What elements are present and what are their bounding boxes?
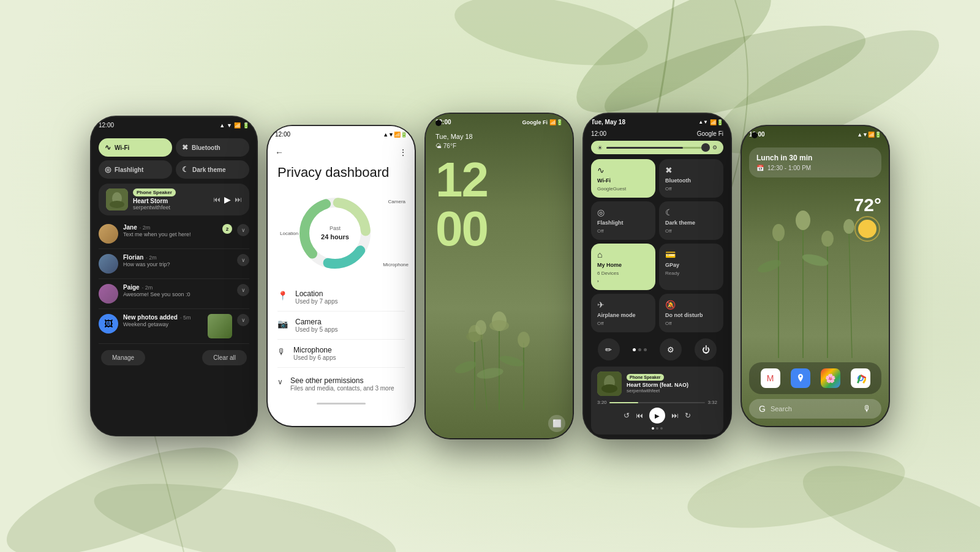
notif-jane-expand[interactable]: ∨ — [237, 224, 249, 236]
p4-carrier: Google Fi — [697, 130, 723, 137]
gmail-icon[interactable]: M — [761, 368, 780, 388]
p1-wifi-tile[interactable]: ∿ Wi-Fi — [99, 138, 172, 157]
camera-icon: 📷 — [277, 319, 288, 329]
p2-camera-sub: Used by 5 apps — [295, 326, 338, 333]
p1-quick-tiles: ∿ Wi-Fi ✖ Bluetooth ◎ Flashlight ☾ Dark … — [91, 133, 257, 184]
p5-event-time: 12:30 - 1:00 PM — [767, 165, 811, 171]
p2-camera-item[interactable]: 📷 Camera Used by 5 apps — [277, 311, 405, 340]
p4-airplane-sub: Off — [597, 321, 649, 326]
p4-home-tile[interactable]: ⌂ My Home 6 Devices › — [591, 244, 655, 290]
play-pause-button[interactable]: ▶ — [649, 408, 665, 423]
chrome-icon[interactable] — [851, 368, 870, 388]
p1-time: 12:00 — [99, 122, 114, 129]
p4-gpay-tile[interactable]: 💳 GPay Ready — [659, 244, 723, 290]
svg-point-32 — [601, 384, 617, 393]
p4-brightness-slider[interactable]: ☀ ⚙ — [591, 141, 723, 154]
prev-track-icon[interactable]: ⏮ — [636, 411, 643, 420]
replay-icon[interactable]: ↺ — [624, 411, 630, 420]
notif-paige-expand[interactable]: ∨ — [237, 284, 249, 296]
p3-nav-button[interactable]: ⬜ — [548, 415, 565, 432]
p4-date: Tue, May 18 — [591, 119, 625, 125]
p3-floral-art: ⬜ — [426, 259, 573, 438]
p4-music-controls[interactable]: ↺ ⏮ ▶ ⏭ ↻ — [597, 408, 717, 423]
p4-dark-sub: Off — [665, 228, 717, 234]
flashlight-icon: ◎ — [597, 207, 649, 217]
notif-jane[interactable]: Jane · 2m Text me when you get here! 2 ∨ — [99, 219, 249, 249]
p3-status-bar: 12:00 Google Fi 📶🔋 — [426, 114, 573, 130]
notif-photos-expand[interactable]: ∨ — [237, 314, 249, 326]
notif-paige[interactable]: Paige · 2m Awesome! See you soon :0 ∨ — [99, 279, 249, 309]
play-pause-icon[interactable]: ▶ — [224, 195, 231, 204]
clear-all-button[interactable]: Clear all — [202, 350, 247, 365]
p3-weather: 🌤 76°F — [426, 143, 573, 149]
svg-text:Past: Past — [330, 225, 341, 231]
phone-privacy: 12:00 ▲▼📶🔋 ← ⋮ Privacy dashboard — [268, 126, 415, 426]
mic-icon[interactable]: 🎙 — [863, 404, 872, 414]
p4-dnd-name: Do not disturb — [665, 312, 717, 318]
p2-camera-title: Camera — [295, 318, 338, 326]
p2-location-item[interactable]: 📍 Location Used by 7 apps — [277, 283, 405, 311]
edit-icon[interactable]: ✏ — [598, 338, 620, 360]
p4-darktheme-tile[interactable]: ☾ Dark theme Off — [659, 201, 723, 240]
p2-see-more[interactable]: ∨ See other permissions Files and media,… — [268, 370, 415, 398]
notif-florian-expand[interactable]: ∨ — [237, 254, 249, 266]
notif-jane-name: Jane — [123, 224, 137, 231]
sun-icon — [854, 215, 881, 242]
p5-search-bar[interactable]: G Search 🎙 — [749, 399, 881, 419]
p4-music-dots — [597, 427, 717, 430]
p1-bluetooth-tile[interactable]: ✖ Bluetooth — [176, 138, 249, 157]
p4-airplane-tile[interactable]: ✈ Airplane mode Off — [591, 294, 655, 332]
settings-icon[interactable]: ⚙ — [712, 144, 717, 151]
p2-menu-button[interactable]: ⋮ — [399, 147, 407, 157]
next-track-icon[interactable]: ⏭ — [671, 411, 679, 420]
p1-music-title: Heart Storm — [133, 198, 208, 204]
p4-bluetooth-tile[interactable]: ✖ Bluetooth Off — [659, 159, 723, 198]
power-icon[interactable]: ⏻ — [695, 338, 717, 360]
p4-dnd-tile[interactable]: 🔕 Do not disturb Off — [659, 294, 723, 332]
chart-location-label: Location — [280, 231, 298, 236]
p2-microphone-item[interactable]: 🎙 Microphone Used by 6 apps — [277, 340, 405, 368]
manage-button[interactable]: Manage — [101, 350, 145, 365]
p4-music-art — [597, 371, 622, 396]
svg-point-39 — [821, 231, 834, 247]
p1-notification-list: Jane · 2m Text me when you get here! 2 ∨… — [91, 219, 257, 344]
p2-status-bar: 12:00 ▲▼📶🔋 — [268, 126, 415, 143]
p2-donut-svg: Past 24 hours — [292, 190, 378, 276]
brightness-handle[interactable] — [701, 143, 710, 152]
brightness-bar[interactable] — [606, 147, 709, 149]
notif-paige-text: Awesome! See you soon :0 — [123, 291, 232, 297]
p4-wifi-tile[interactable]: ∿ Wi-Fi GoogleGuest — [591, 159, 655, 198]
p1-darktheme-tile[interactable]: ☾ Dark theme — [176, 160, 249, 179]
gear-icon[interactable]: ⚙ — [660, 338, 682, 360]
p1-music-controls[interactable]: ⏮ ▶ ⏭ — [213, 195, 242, 204]
p5-calendar-widget[interactable]: Lunch in 30 min 📅 12:30 - 1:00 PM — [749, 147, 881, 177]
p2-mic-title: Microphone — [293, 346, 336, 354]
next-track-icon[interactable]: ⏭ — [235, 195, 242, 204]
p1-flashlight-tile[interactable]: ◎ Flashlight — [99, 160, 172, 179]
p1-music-player[interactable]: Phone Speaker Heart Storm serpentwithfee… — [99, 184, 249, 215]
p1-music-artist: serpentwithfeet — [133, 204, 208, 211]
notif-florian[interactable]: Florian · 2m How was your trip? ∨ — [99, 249, 249, 279]
p3-carrier: Google Fi — [522, 119, 548, 125]
gpay-icon: 💳 — [665, 250, 717, 259]
p2-page-title: Privacy dashboard — [268, 162, 415, 185]
maps-icon[interactable] — [791, 368, 810, 388]
p4-home-name: My Home — [597, 262, 649, 268]
p4-flashlight-tile[interactable]: ◎ Flashlight Off — [591, 201, 655, 240]
avatar-jane — [99, 224, 118, 244]
p4-music-title: Heart Storm (feat. NAO) — [627, 382, 717, 388]
forward-icon[interactable]: ↻ — [685, 411, 691, 420]
p5-weather-widget: 72° — [854, 195, 881, 242]
p5-camera-hole — [752, 132, 758, 138]
phone-quicksettings: Tue, May 18 ▲▼ 📶🔋 12:00 Google Fi ☀ — [584, 114, 731, 438]
notif-photos[interactable]: 🖼 New photos added · 5m Weekend getaway … — [99, 309, 249, 344]
p2-back-button[interactable]: ← — [275, 147, 284, 157]
p4-progress-bar: 3:20 3:32 — [597, 400, 717, 405]
p4-bt-sub: Off — [665, 186, 717, 192]
photos-icon: 🖼 — [99, 314, 118, 334]
prev-track-icon[interactable]: ⏮ — [213, 195, 221, 204]
svg-point-40 — [843, 219, 854, 234]
p1-status-bar: 12:00 ▲ ▼ 📶 🔋 — [91, 117, 257, 133]
photos-app-icon[interactable]: 🌸 — [821, 368, 840, 388]
p4-music-player[interactable]: Phone Speaker Heart Storm (feat. NAO) se… — [591, 367, 723, 435]
